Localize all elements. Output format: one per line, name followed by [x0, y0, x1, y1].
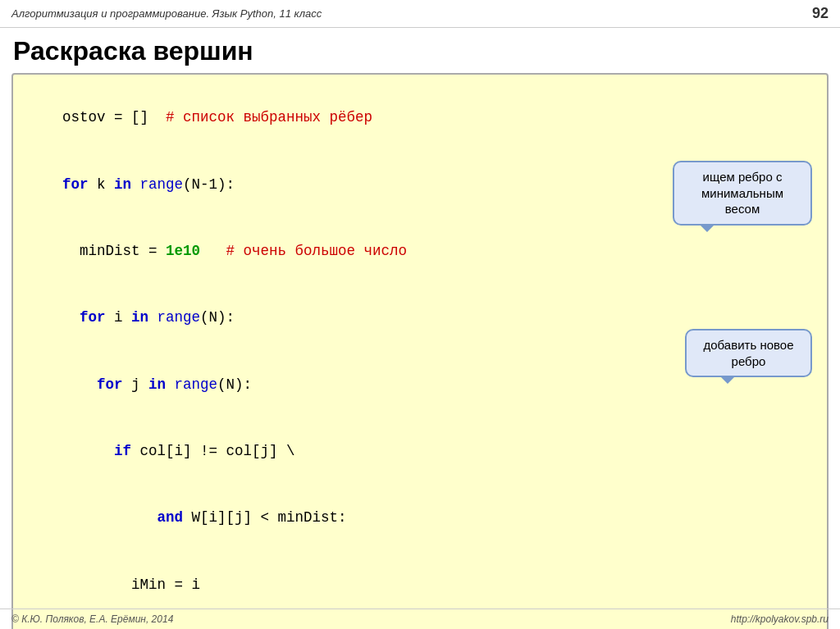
code-line-3: minDist = 1e10 # очень большое число — [28, 218, 812, 285]
header-page: 92 — [812, 5, 829, 22]
header: Алгоритмизация и программирование. Язык … — [0, 0, 840, 28]
code-line-1: ostov = [] # список выбранных рёбер — [28, 84, 812, 151]
footer-right: http://kpolyakov.spb.ru — [731, 613, 829, 625]
code-line-7: and W[i][j] < minDist: — [28, 485, 812, 551]
tooltip-add: добавить новое ребро — [685, 329, 812, 377]
footer-left: © К.Ю. Поляков, Е.А. Ерёмин, 2014 — [11, 613, 173, 625]
footer: © К.Ю. Поляков, Е.А. Ерёмин, 2014 http:/… — [0, 608, 840, 629]
tooltip-find: ищем ребро с минимальным весом — [673, 161, 812, 226]
code-line-6: if col[i] != col[j] \ — [28, 418, 812, 485]
header-title: Алгоритмизация и программирование. Язык … — [11, 7, 322, 20]
slide-title: Раскраска вершин — [0, 28, 840, 73]
code-container: ostov = [] # список выбранных рёбер for … — [11, 73, 829, 629]
